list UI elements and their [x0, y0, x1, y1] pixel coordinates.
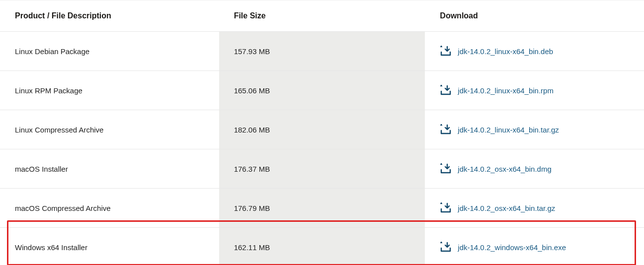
cell-size: 182.06 MB	[219, 110, 425, 149]
download-cell: jdk-14.0.2_osx-x64_bin.dmg	[440, 163, 636, 174]
col-header-download: Download	[425, 0, 644, 32]
svg-rect-5	[440, 243, 442, 244]
cell-download: jdk-14.0.2_osx-x64_bin.tar.gz	[425, 189, 644, 228]
cell-product: macOS Installer	[0, 149, 219, 189]
download-cell: jdk-14.0.2_linux-x64_bin.tar.gz	[440, 124, 636, 135]
download-icon	[440, 163, 452, 174]
cell-download: jdk-14.0.2_windows-x64_bin.exe	[425, 228, 644, 265]
download-link[interactable]: jdk-14.0.2_linux-x64_bin.rpm	[458, 86, 554, 95]
cell-size: 157.93 MB	[219, 32, 425, 71]
svg-rect-0	[440, 47, 442, 48]
table-row: Windows x64 Installer162.11 MB jdk-14.0.…	[0, 228, 644, 265]
download-cell: jdk-14.0.2_osx-x64_bin.tar.gz	[440, 202, 636, 213]
cell-download: jdk-14.0.2_linux-x64_bin.deb	[425, 32, 644, 71]
svg-rect-4	[440, 203, 442, 204]
cell-size: 176.37 MB	[219, 149, 425, 189]
cell-download: jdk-14.0.2_osx-x64_bin.dmg	[425, 149, 644, 189]
download-link[interactable]: jdk-14.0.2_linux-x64_bin.deb	[458, 47, 553, 56]
downloads-table-wrap: Product / File Description File Size Dow…	[0, 0, 644, 265]
table-row: macOS Compressed Archive176.79 MB jdk-14…	[0, 189, 644, 228]
col-header-product: Product / File Description	[0, 0, 219, 32]
col-header-size: File Size	[219, 0, 425, 32]
table-header-row: Product / File Description File Size Dow…	[0, 0, 644, 32]
download-cell: jdk-14.0.2_windows-x64_bin.exe	[440, 242, 636, 253]
download-icon	[440, 242, 452, 253]
svg-rect-1	[440, 86, 442, 87]
cell-download: jdk-14.0.2_linux-x64_bin.rpm	[425, 71, 644, 110]
download-link[interactable]: jdk-14.0.2_windows-x64_bin.exe	[458, 243, 566, 252]
download-cell: jdk-14.0.2_linux-x64_bin.deb	[440, 46, 636, 57]
download-icon	[440, 202, 452, 213]
cell-product: macOS Compressed Archive	[0, 189, 219, 228]
cell-size: 165.06 MB	[219, 71, 425, 110]
download-link[interactable]: jdk-14.0.2_linux-x64_bin.tar.gz	[458, 126, 559, 134]
cell-size: 162.11 MB	[219, 228, 425, 265]
download-link[interactable]: jdk-14.0.2_osx-x64_bin.tar.gz	[458, 204, 555, 212]
cell-product: Linux Compressed Archive	[0, 110, 219, 149]
cell-product: Windows x64 Installer	[0, 228, 219, 265]
svg-rect-2	[440, 125, 442, 126]
cell-product: Linux RPM Package	[0, 71, 219, 110]
cell-size: 176.79 MB	[219, 189, 425, 228]
table-row: Linux RPM Package165.06 MB jdk-14.0.2_li…	[0, 71, 644, 110]
downloads-table: Product / File Description File Size Dow…	[0, 0, 644, 265]
table-row: Linux Debian Package157.93 MB jdk-14.0.2…	[0, 32, 644, 71]
cell-download: jdk-14.0.2_linux-x64_bin.tar.gz	[425, 110, 644, 149]
download-link[interactable]: jdk-14.0.2_osx-x64_bin.dmg	[458, 165, 551, 173]
downloads-table-container: Product / File Description File Size Dow…	[0, 0, 644, 265]
table-row: Linux Compressed Archive182.06 MB jdk-14…	[0, 110, 644, 149]
cell-product: Linux Debian Package	[0, 32, 219, 71]
table-row: macOS Installer176.37 MB jdk-14.0.2_osx-…	[0, 149, 644, 189]
svg-rect-3	[440, 164, 442, 165]
download-icon	[440, 85, 452, 96]
download-cell: jdk-14.0.2_linux-x64_bin.rpm	[440, 85, 636, 96]
download-icon	[440, 124, 452, 135]
download-icon	[440, 46, 452, 57]
